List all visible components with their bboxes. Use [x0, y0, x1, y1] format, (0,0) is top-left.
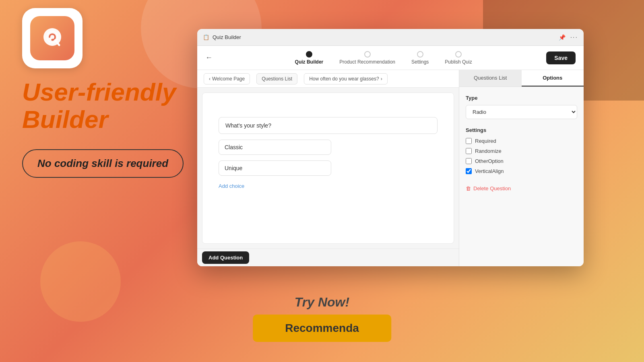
title-bar-label: Quiz Builder — [213, 34, 555, 40]
checkbox-verticalalign[interactable] — [466, 168, 472, 174]
question-input[interactable] — [219, 117, 438, 134]
nav-steps: Quiz Builder Product Recommendation Sett… — [221, 51, 546, 65]
cta-button[interactable]: Recommenda — [253, 315, 391, 342]
title-bar-actions: 📌 ··· — [559, 34, 578, 41]
right-panel: Questions List Options Type Radio Checkb… — [459, 70, 584, 266]
right-panel-tabs: Questions List Options — [459, 70, 584, 87]
logo-icon — [30, 16, 74, 60]
add-choice-button[interactable]: Add choice — [219, 181, 438, 191]
checkbox-required[interactable] — [466, 138, 472, 144]
headline: User-friendly Builder — [22, 78, 215, 133]
trash-icon: 🗑 — [466, 185, 471, 191]
question-editor: Add choice — [202, 93, 454, 244]
step-label-quiz-builder: Quiz Builder — [295, 59, 324, 65]
nav-step-product-recommendation[interactable]: Product Recommendation — [339, 51, 395, 65]
breadcrumb-questions-label: Questions List — [262, 76, 292, 82]
back-button[interactable]: ← — [205, 53, 213, 62]
checkbox-label-otheroption: OtherOption — [475, 158, 504, 164]
checkbox-label-verticalalign: VerticalAlign — [475, 168, 504, 174]
checkbox-row-required: Required — [466, 138, 577, 144]
more-options-icon[interactable]: ··· — [570, 34, 578, 41]
save-button[interactable]: Save — [546, 51, 576, 64]
breadcrumb-questions-list[interactable]: Questions List — [256, 73, 297, 84]
step-dot-publish-quiz — [455, 51, 462, 58]
step-label-settings: Settings — [411, 59, 429, 65]
checkbox-randomize[interactable] — [466, 148, 472, 154]
try-now-text: Try Now! — [253, 295, 391, 310]
nav-bar: ← Quiz Builder Product Recommendation Se… — [197, 46, 584, 70]
breadcrumb-left-arrow: ‹ — [209, 76, 211, 82]
type-select[interactable]: Radio Checkbox Dropdown — [466, 105, 577, 119]
headline-line2: Builder — [22, 105, 108, 133]
type-section-title: Type — [466, 95, 577, 101]
logo-container — [22, 8, 83, 68]
no-coding-badge: No coding skill is required — [22, 149, 184, 178]
left-content: User-friendly Builder No coding skill is… — [22, 78, 215, 178]
choice-input-unique[interactable] — [219, 160, 331, 176]
editor-area: ‹ Welcome Page Questions List How often … — [197, 70, 459, 266]
breadcrumb-welcome-page[interactable]: ‹ Welcome Page — [204, 73, 250, 84]
document-icon: 📋 — [203, 34, 209, 40]
app-window: 📋 Quiz Builder 📌 ··· ← Quiz Builder Prod… — [197, 29, 584, 266]
bottom-section: Try Now! Recommenda — [253, 295, 391, 342]
headline-line1: User-friendly — [22, 78, 176, 106]
right-panel-content: Type Radio Checkbox Dropdown Settings Re… — [459, 87, 584, 266]
breadcrumb-how-often-label: How often do you wear glasses? — [309, 76, 379, 82]
breadcrumb-how-often[interactable]: How often do you wear glasses? › — [304, 73, 387, 84]
nav-step-quiz-builder[interactable]: Quiz Builder — [295, 51, 324, 65]
delete-question-label: Delete Question — [473, 185, 511, 191]
breadcrumb-right-arrow: › — [381, 76, 382, 82]
step-label-publish-quiz: Publish Quiz — [445, 59, 472, 65]
add-question-button[interactable]: Add Question — [202, 251, 249, 264]
tab-questions-list[interactable]: Questions List — [459, 70, 522, 86]
checkbox-row-verticalalign: VerticalAlign — [466, 168, 577, 174]
svg-point-1 — [52, 39, 54, 41]
tab-options[interactable]: Options — [522, 70, 584, 86]
step-dot-quiz-builder — [306, 51, 312, 58]
breadcrumb-bar: ‹ Welcome Page Questions List How often … — [197, 70, 459, 88]
checkbox-otheroption[interactable] — [466, 158, 472, 164]
checkbox-row-randomize: Randomize — [466, 148, 577, 154]
delete-question-button[interactable]: 🗑 Delete Question — [466, 182, 511, 195]
choice-input-classic[interactable] — [219, 140, 331, 155]
title-bar: 📋 Quiz Builder 📌 ··· — [197, 29, 584, 46]
add-question-bar: Add Question — [197, 249, 459, 266]
step-label-product-recommendation: Product Recommendation — [339, 59, 395, 65]
no-coding-text: No coding skill is required — [37, 157, 168, 169]
breadcrumb-welcome-label: Welcome Page — [212, 76, 245, 82]
step-dot-product-recommendation — [364, 51, 371, 58]
checkbox-label-randomize: Randomize — [475, 148, 502, 154]
content-area: ‹ Welcome Page Questions List How often … — [197, 70, 584, 266]
checkbox-row-otheroption: OtherOption — [466, 158, 577, 164]
nav-step-publish-quiz[interactable]: Publish Quiz — [445, 51, 472, 65]
pin-icon[interactable]: 📌 — [559, 34, 566, 41]
checkbox-label-required: Required — [475, 138, 496, 144]
step-dot-settings — [417, 51, 423, 58]
settings-section-title: Settings — [466, 127, 577, 133]
nav-step-settings[interactable]: Settings — [411, 51, 429, 65]
